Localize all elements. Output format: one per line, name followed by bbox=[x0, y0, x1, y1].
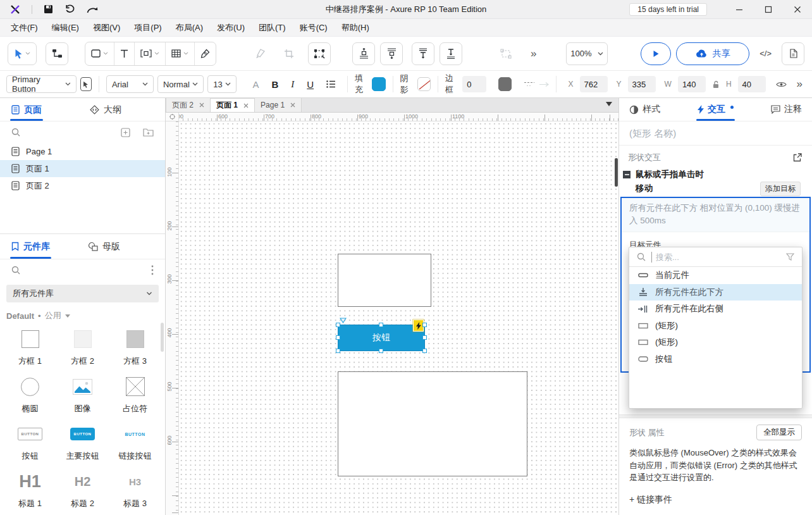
tab-widget-library[interactable]: 元件库 bbox=[11, 234, 50, 259]
menu-help[interactable]: 帮助(H) bbox=[335, 19, 376, 36]
tab-outline[interactable]: 大纲 bbox=[90, 98, 121, 121]
minimize-button[interactable] bbox=[725, 0, 754, 18]
pen-tool-button[interactable] bbox=[195, 42, 216, 65]
show-all-button[interactable]: 全部显示 bbox=[756, 425, 802, 440]
connector-tool-button[interactable] bbox=[46, 42, 68, 65]
add-page-button[interactable] bbox=[121, 128, 130, 137]
close-button[interactable] bbox=[783, 0, 812, 18]
library-group-header[interactable]: Default • 公用 bbox=[0, 302, 165, 323]
action-summary[interactable]: 所有元件在此下方 相对位置为 (0,100) 缓慢进入 500ms bbox=[622, 198, 809, 232]
add-target-button[interactable]: 添加目标 bbox=[760, 182, 801, 196]
action-row[interactable]: 移动 添加目标 bbox=[619, 181, 812, 196]
widget-name-field[interactable] bbox=[619, 121, 812, 146]
tab-notes[interactable]: 注释 bbox=[771, 98, 802, 121]
canvas-rectangle-2[interactable] bbox=[338, 371, 527, 476]
ruler-settings-icon[interactable] bbox=[166, 113, 179, 121]
maximize-button[interactable] bbox=[754, 0, 783, 18]
style-picker-button[interactable] bbox=[80, 77, 92, 91]
page-item-yemian2[interactable]: 页面 2 bbox=[0, 177, 165, 194]
open-interaction-editor-button[interactable] bbox=[793, 153, 802, 162]
w-input[interactable]: 140 bbox=[678, 76, 706, 92]
widget-ellipse[interactable]: 椭圆 bbox=[4, 373, 56, 418]
x-input[interactable]: 762 bbox=[580, 76, 608, 92]
border-style-button[interactable] bbox=[524, 81, 535, 87]
style-more-button[interactable]: » bbox=[797, 78, 803, 90]
fill-color-swatch[interactable] bbox=[372, 77, 386, 91]
doc-tab-page1[interactable]: Page 1 bbox=[255, 98, 302, 112]
font-family-select[interactable]: Arial bbox=[106, 75, 154, 93]
share-button[interactable]: 共享 bbox=[676, 42, 749, 65]
preview-button[interactable] bbox=[641, 42, 671, 65]
menu-view[interactable]: 视图(V) bbox=[86, 19, 127, 36]
text-tool-button[interactable] bbox=[114, 42, 135, 65]
zoom-select[interactable]: 100% bbox=[566, 42, 608, 65]
tab-masters[interactable]: 母版 bbox=[88, 234, 120, 259]
option-button[interactable]: 按钮 bbox=[629, 351, 802, 368]
redo-button[interactable] bbox=[87, 5, 99, 14]
close-icon[interactable] bbox=[199, 102, 204, 108]
widget-h2[interactable]: H2标题 2 bbox=[56, 468, 109, 512]
spec-document-button[interactable] bbox=[782, 42, 804, 65]
canvas-button-widget[interactable]: 按钮 bbox=[338, 325, 425, 351]
selection-handle[interactable] bbox=[379, 323, 383, 327]
edit-points-button[interactable] bbox=[308, 42, 331, 65]
send-backward-button[interactable] bbox=[352, 42, 375, 65]
menu-layout[interactable]: 布局(A) bbox=[169, 19, 210, 36]
tab-interaction[interactable]: 交互 bbox=[698, 98, 734, 121]
selection-handle[interactable] bbox=[379, 349, 383, 353]
tab-style[interactable]: 样式 bbox=[629, 98, 660, 121]
more-tools-button[interactable]: » bbox=[526, 42, 542, 65]
bold-button[interactable]: B bbox=[267, 79, 283, 90]
border-color-swatch[interactable] bbox=[498, 77, 512, 91]
search-widgets-button[interactable] bbox=[11, 266, 20, 275]
undo-button[interactable] bbox=[65, 4, 75, 14]
bullet-list-button[interactable] bbox=[322, 80, 340, 88]
text-align-top-button[interactable] bbox=[412, 42, 434, 65]
bring-forward-button[interactable] bbox=[380, 42, 403, 65]
link-events-button[interactable]: + 链接事件 bbox=[619, 484, 812, 506]
style-preset-select[interactable]: Primary Button bbox=[6, 75, 77, 93]
search-pages-button[interactable] bbox=[11, 128, 20, 137]
selection-handle[interactable] bbox=[336, 349, 340, 353]
widget-box1[interactable]: 方框 1 bbox=[4, 325, 56, 370]
widget-button[interactable]: BUTTON按钮 bbox=[4, 420, 56, 465]
menu-account[interactable]: 账号(C) bbox=[293, 19, 335, 36]
widget-h1[interactable]: H1标题 1 bbox=[4, 468, 56, 512]
select-tool-button[interactable] bbox=[8, 42, 37, 65]
menu-file[interactable]: 文件(F) bbox=[4, 19, 45, 36]
widget-menu-button[interactable] bbox=[151, 265, 154, 275]
menu-project[interactable]: 项目(P) bbox=[127, 19, 168, 36]
selection-handle[interactable] bbox=[422, 349, 427, 353]
y-input[interactable]: 335 bbox=[628, 76, 656, 92]
close-icon[interactable] bbox=[243, 103, 249, 108]
canvas-vscrollbar[interactable] bbox=[615, 158, 618, 187]
selection-handle[interactable] bbox=[422, 335, 427, 340]
font-size-select[interactable]: 13 bbox=[207, 75, 237, 93]
design-canvas[interactable]: 按钮 bbox=[179, 121, 618, 515]
component-tool-button[interactable] bbox=[135, 42, 166, 65]
target-search-row[interactable] bbox=[629, 247, 802, 267]
selection-handle[interactable] bbox=[336, 323, 340, 327]
border-width-input[interactable]: 0 bbox=[462, 76, 486, 92]
library-select[interactable]: 所有元件库 bbox=[6, 285, 159, 302]
font-weight-select[interactable]: Normal bbox=[157, 75, 204, 93]
doc-tab-yemian2[interactable]: 页面 2 bbox=[166, 98, 211, 112]
tab-list-button[interactable] bbox=[606, 102, 612, 106]
doc-tab-yemian1[interactable]: 页面 1 bbox=[211, 98, 255, 112]
canvas-rectangle-1[interactable] bbox=[338, 254, 431, 307]
widgets-scrollbar[interactable] bbox=[161, 323, 164, 352]
font-color-button[interactable]: A bbox=[248, 79, 263, 90]
menu-team[interactable]: 团队(T) bbox=[252, 19, 293, 36]
save-button[interactable] bbox=[44, 4, 53, 14]
page-item-page1[interactable]: Page 1 bbox=[0, 143, 165, 160]
selection-handle[interactable] bbox=[422, 323, 427, 327]
widget-name-input[interactable] bbox=[629, 128, 802, 139]
add-folder-button[interactable] bbox=[143, 128, 154, 137]
tab-pages[interactable]: 页面 bbox=[11, 98, 42, 121]
option-all-below[interactable]: 所有元件在此下方 bbox=[629, 284, 802, 301]
close-icon[interactable] bbox=[290, 102, 295, 108]
option-current-element[interactable]: 当前元件 bbox=[629, 267, 802, 284]
filter-icon[interactable] bbox=[786, 253, 794, 261]
menu-edit[interactable]: 编辑(E) bbox=[45, 19, 86, 36]
collapse-icon[interactable] bbox=[623, 171, 631, 178]
